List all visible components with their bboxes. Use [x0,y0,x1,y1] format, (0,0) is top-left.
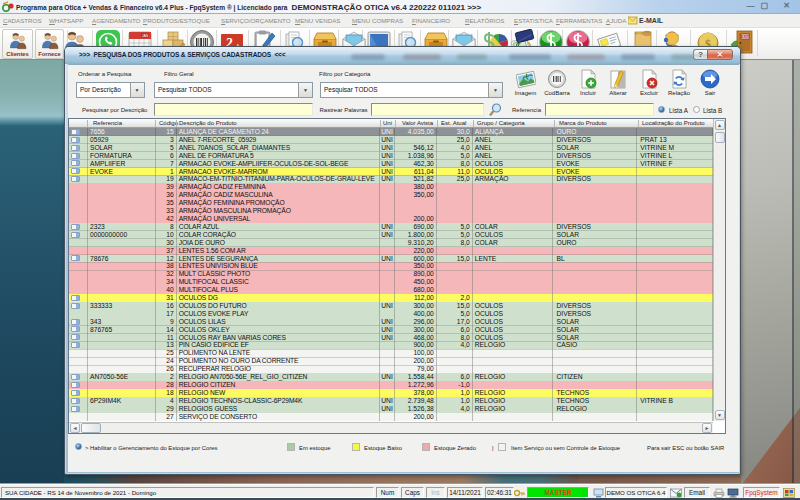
svg-text:JAN: JAN [142,34,149,38]
svg-text:EXIT: EXIT [741,35,750,39]
